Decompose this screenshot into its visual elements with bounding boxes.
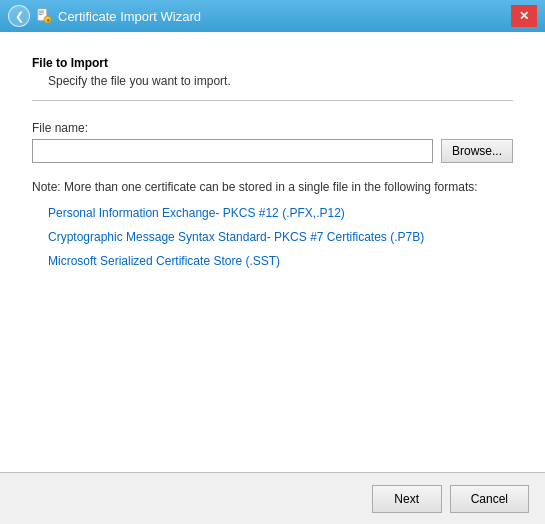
section-title: File to Import	[32, 56, 513, 70]
certificate-icon: ★	[36, 8, 52, 24]
title-bar: ❮ ★ Certificate Import Wizard ✕	[0, 0, 545, 32]
svg-rect-1	[39, 11, 44, 12]
file-input-row: Browse...	[32, 139, 513, 163]
svg-rect-2	[39, 12, 44, 13]
section-subtitle: Specify the file you want to import.	[48, 74, 513, 88]
title-bar-left: ❮ ★ Certificate Import Wizard	[8, 5, 201, 27]
wizard-footer: Next Cancel	[0, 472, 545, 524]
next-button[interactable]: Next	[372, 485, 442, 513]
browse-button[interactable]: Browse...	[441, 139, 513, 163]
file-name-label: File name:	[32, 121, 513, 135]
cancel-button[interactable]: Cancel	[450, 485, 529, 513]
format-link-sst[interactable]: Microsoft Serialized Certificate Store (…	[48, 252, 513, 270]
content-area: File to Import Specify the file you want…	[0, 32, 545, 472]
format-link-p7b[interactable]: Cryptographic Message Syntax Standard- P…	[48, 228, 513, 246]
format-link-pfx[interactable]: Personal Information Exchange- PKCS #12 …	[48, 204, 513, 222]
svg-rect-3	[39, 14, 43, 15]
divider	[32, 100, 513, 101]
back-button[interactable]: ❮	[8, 5, 30, 27]
wizard-body: File to Import Specify the file you want…	[0, 32, 545, 524]
file-name-input[interactable]	[32, 139, 433, 163]
close-button[interactable]: ✕	[511, 5, 537, 27]
title-bar-title: Certificate Import Wizard	[58, 9, 201, 24]
note-text: Note: More than one certificate can be s…	[32, 179, 513, 196]
